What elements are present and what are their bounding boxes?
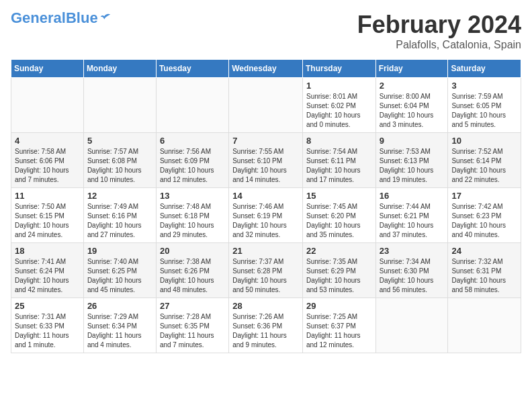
calendar-cell: 1Sunrise: 8:01 AM Sunset: 6:02 PM Daylig… (302, 78, 375, 133)
calendar-cell (156, 78, 228, 133)
day-info: Sunrise: 7:59 AM Sunset: 6:05 PM Dayligh… (451, 92, 517, 130)
calendar-cell: 6Sunrise: 7:56 AM Sunset: 6:09 PM Daylig… (156, 133, 228, 188)
day-number: 9 (380, 136, 445, 146)
calendar-cell: 13Sunrise: 7:48 AM Sunset: 6:18 PM Dayli… (156, 188, 228, 243)
day-info: Sunrise: 7:45 AM Sunset: 6:20 PM Dayligh… (306, 202, 372, 240)
day-info: Sunrise: 8:01 AM Sunset: 6:02 PM Dayligh… (306, 92, 372, 130)
location-subtitle: Palafolls, Catalonia, Spain (357, 39, 521, 51)
calendar-cell (229, 78, 303, 133)
day-number: 1 (306, 81, 372, 91)
calendar-cell: 29Sunrise: 7:25 AM Sunset: 6:37 PM Dayli… (302, 298, 375, 353)
day-number: 16 (380, 191, 445, 201)
calendar-header: SundayMondayTuesdayWednesdayThursdayFrid… (11, 60, 521, 78)
day-number: 25 (15, 301, 80, 311)
day-info: Sunrise: 7:25 AM Sunset: 6:37 PM Dayligh… (306, 312, 372, 350)
calendar-cell: 14Sunrise: 7:46 AM Sunset: 6:19 PM Dayli… (229, 188, 303, 243)
calendar-week-1: 1Sunrise: 8:01 AM Sunset: 6:02 PM Daylig… (11, 78, 521, 133)
day-number: 10 (451, 136, 517, 146)
day-number: 7 (232, 136, 299, 146)
day-info: Sunrise: 7:28 AM Sunset: 6:35 PM Dayligh… (160, 312, 225, 350)
day-number: 8 (306, 136, 372, 146)
logo: GeneralBlue (11, 11, 112, 26)
calendar-table: SundayMondayTuesdayWednesdayThursdayFrid… (11, 59, 521, 353)
day-number: 4 (15, 136, 80, 146)
calendar-cell: 16Sunrise: 7:44 AM Sunset: 6:21 PM Dayli… (375, 188, 448, 243)
calendar-cell: 25Sunrise: 7:31 AM Sunset: 6:33 PM Dayli… (11, 298, 84, 353)
calendar-cell: 22Sunrise: 7:35 AM Sunset: 6:29 PM Dayli… (302, 243, 375, 298)
calendar-cell: 10Sunrise: 7:52 AM Sunset: 6:14 PM Dayli… (448, 133, 521, 188)
day-info: Sunrise: 7:26 AM Sunset: 6:36 PM Dayligh… (232, 312, 299, 350)
weekday-header-thursday: Thursday (302, 60, 375, 78)
calendar-cell: 11Sunrise: 7:50 AM Sunset: 6:15 PM Dayli… (11, 188, 84, 243)
calendar-cell: 7Sunrise: 7:55 AM Sunset: 6:10 PM Daylig… (229, 133, 303, 188)
day-info: Sunrise: 7:42 AM Sunset: 6:23 PM Dayligh… (451, 202, 517, 240)
day-number: 15 (306, 191, 372, 201)
day-info: Sunrise: 7:49 AM Sunset: 6:16 PM Dayligh… (87, 202, 152, 240)
calendar-cell: 3Sunrise: 7:59 AM Sunset: 6:05 PM Daylig… (448, 78, 521, 133)
weekday-header-wednesday: Wednesday (229, 60, 303, 78)
calendar-cell: 17Sunrise: 7:42 AM Sunset: 6:23 PM Dayli… (448, 188, 521, 243)
weekday-header-sunday: Sunday (11, 60, 84, 78)
day-number: 2 (380, 81, 445, 91)
logo-bird-icon (99, 12, 112, 24)
calendar-cell: 15Sunrise: 7:45 AM Sunset: 6:20 PM Dayli… (302, 188, 375, 243)
day-info: Sunrise: 7:53 AM Sunset: 6:13 PM Dayligh… (380, 147, 445, 185)
day-info: Sunrise: 7:38 AM Sunset: 6:26 PM Dayligh… (160, 257, 225, 295)
calendar-week-4: 18Sunrise: 7:41 AM Sunset: 6:24 PM Dayli… (11, 243, 521, 298)
calendar-week-2: 4Sunrise: 7:58 AM Sunset: 6:06 PM Daylig… (11, 133, 521, 188)
day-number: 5 (87, 136, 152, 146)
calendar-week-3: 11Sunrise: 7:50 AM Sunset: 6:15 PM Dayli… (11, 188, 521, 243)
day-info: Sunrise: 7:41 AM Sunset: 6:24 PM Dayligh… (15, 257, 80, 295)
calendar-cell: 12Sunrise: 7:49 AM Sunset: 6:16 PM Dayli… (83, 188, 156, 243)
calendar-cell: 23Sunrise: 7:34 AM Sunset: 6:30 PM Dayli… (375, 243, 448, 298)
day-info: Sunrise: 7:44 AM Sunset: 6:21 PM Dayligh… (380, 202, 445, 240)
calendar-cell (83, 78, 156, 133)
weekday-header-saturday: Saturday (448, 60, 521, 78)
day-info: Sunrise: 7:50 AM Sunset: 6:15 PM Dayligh… (15, 202, 80, 240)
calendar-cell: 21Sunrise: 7:37 AM Sunset: 6:28 PM Dayli… (229, 243, 303, 298)
calendar-cell (11, 78, 84, 133)
calendar-cell: 20Sunrise: 7:38 AM Sunset: 6:26 PM Dayli… (156, 243, 228, 298)
weekday-header-tuesday: Tuesday (156, 60, 228, 78)
day-info: Sunrise: 7:54 AM Sunset: 6:11 PM Dayligh… (306, 147, 372, 185)
calendar-cell: 4Sunrise: 7:58 AM Sunset: 6:06 PM Daylig… (11, 133, 84, 188)
day-info: Sunrise: 7:34 AM Sunset: 6:30 PM Dayligh… (380, 257, 445, 295)
calendar-cell: 27Sunrise: 7:28 AM Sunset: 6:35 PM Dayli… (156, 298, 228, 353)
day-info: Sunrise: 7:48 AM Sunset: 6:18 PM Dayligh… (160, 202, 225, 240)
calendar-cell: 5Sunrise: 7:57 AM Sunset: 6:08 PM Daylig… (83, 133, 156, 188)
day-info: Sunrise: 7:55 AM Sunset: 6:10 PM Dayligh… (232, 147, 299, 185)
day-info: Sunrise: 7:29 AM Sunset: 6:34 PM Dayligh… (87, 312, 152, 350)
calendar-cell (448, 298, 521, 353)
day-info: Sunrise: 7:32 AM Sunset: 6:31 PM Dayligh… (451, 257, 517, 295)
day-number: 23 (380, 246, 445, 256)
month-title: February 2024 (357, 11, 521, 39)
day-info: Sunrise: 7:58 AM Sunset: 6:06 PM Dayligh… (15, 147, 80, 185)
calendar-cell: 26Sunrise: 7:29 AM Sunset: 6:34 PM Dayli… (83, 298, 156, 353)
calendar-cell: 9Sunrise: 7:53 AM Sunset: 6:13 PM Daylig… (375, 133, 448, 188)
day-info: Sunrise: 7:31 AM Sunset: 6:33 PM Dayligh… (15, 312, 80, 350)
day-number: 17 (451, 191, 517, 201)
day-number: 6 (160, 136, 225, 146)
calendar-cell: 18Sunrise: 7:41 AM Sunset: 6:24 PM Dayli… (11, 243, 84, 298)
day-number: 24 (451, 246, 517, 256)
day-number: 20 (160, 246, 225, 256)
day-info: Sunrise: 7:52 AM Sunset: 6:14 PM Dayligh… (451, 147, 517, 185)
day-number: 22 (306, 246, 372, 256)
day-info: Sunrise: 7:37 AM Sunset: 6:28 PM Dayligh… (232, 257, 299, 295)
logo-text: GeneralBlue (11, 11, 98, 26)
day-number: 28 (232, 301, 299, 311)
page-header: GeneralBlue February 2024 Palafolls, Cat… (11, 11, 521, 51)
calendar-cell: 19Sunrise: 7:40 AM Sunset: 6:25 PM Dayli… (83, 243, 156, 298)
title-block: February 2024 Palafolls, Catalonia, Spai… (357, 11, 521, 51)
day-number: 18 (15, 246, 80, 256)
day-info: Sunrise: 7:46 AM Sunset: 6:19 PM Dayligh… (232, 202, 299, 240)
calendar-cell: 24Sunrise: 7:32 AM Sunset: 6:31 PM Dayli… (448, 243, 521, 298)
day-info: Sunrise: 7:56 AM Sunset: 6:09 PM Dayligh… (160, 147, 225, 185)
day-number: 14 (232, 191, 299, 201)
day-number: 21 (232, 246, 299, 256)
day-info: Sunrise: 7:57 AM Sunset: 6:08 PM Dayligh… (87, 147, 152, 185)
calendar-cell: 8Sunrise: 7:54 AM Sunset: 6:11 PM Daylig… (302, 133, 375, 188)
calendar-cell: 28Sunrise: 7:26 AM Sunset: 6:36 PM Dayli… (229, 298, 303, 353)
weekday-header-friday: Friday (375, 60, 448, 78)
day-info: Sunrise: 7:35 AM Sunset: 6:29 PM Dayligh… (306, 257, 372, 295)
